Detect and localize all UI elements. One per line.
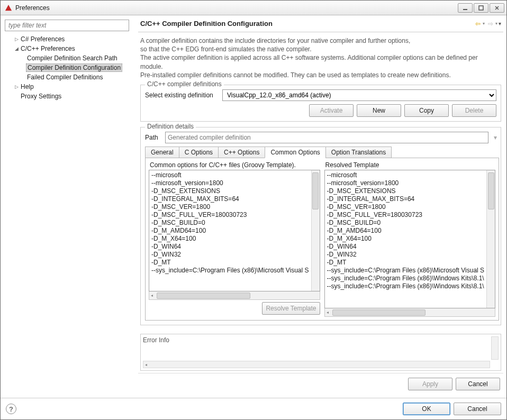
select-definition-row: Select existing definition VisualCpp_12.…: [145, 89, 496, 101]
definition-buttons: Activate New Copy Delete: [145, 104, 496, 117]
svg-rect-2: [479, 6, 483, 10]
svg-rect-1: [463, 9, 467, 10]
list-item[interactable]: --microsoft_version=1800: [327, 179, 485, 187]
scrollbar-horizontal[interactable]: ◂: [149, 291, 320, 300]
delete-button[interactable]: Delete: [452, 104, 496, 117]
list-item[interactable]: --sys_include=C:\Program Files (x86)\Win…: [327, 282, 485, 290]
page-title: C/C++ Compiler Definition Configuration: [140, 20, 472, 28]
help-icon[interactable]: ?: [6, 404, 16, 414]
error-info-area: Error Info ◂: [140, 334, 501, 371]
nav-back-icon[interactable]: ⇦: [474, 20, 482, 28]
scrollbar-horizontal[interactable]: ◂: [143, 361, 490, 368]
tab-general[interactable]: General: [145, 147, 179, 158]
maximize-button[interactable]: [474, 3, 488, 13]
list-item[interactable]: -D_MSC_VER=1800: [327, 203, 485, 211]
error-info-label: Error Info: [143, 336, 169, 344]
resolve-template-button[interactable]: Resolve Template: [262, 302, 320, 315]
tree-item-ccpp[interactable]: ◢C/C++ Preferences: [13, 44, 136, 53]
tab-c-options[interactable]: C Options: [179, 147, 218, 158]
list-item[interactable]: -D_M_X64=100: [151, 235, 309, 243]
list-item[interactable]: --sys_include=C:\Program Files (x86)\Mic…: [327, 267, 485, 275]
copy-button[interactable]: Copy: [404, 104, 449, 117]
list-item[interactable]: -D_WIN64: [151, 243, 309, 251]
resolved-list[interactable]: --microsoft--microsoft_version=1800-D_MS…: [325, 170, 487, 308]
list-item[interactable]: -D_INTEGRAL_MAX_BITS=64: [327, 195, 485, 203]
template-list[interactable]: --microsoft--microsoft_version=1800-D_MS…: [149, 170, 311, 291]
cancel-button[interactable]: Cancel: [454, 403, 501, 415]
tree-item-failed[interactable]: Failed Compiler Definitions: [26, 72, 136, 82]
preferences-window: Preferences ▷C# Preferences ◢C/C++ Prefe…: [0, 0, 507, 420]
list-item[interactable]: -D_INTEGRAL_MAX_BITS=64: [151, 195, 309, 203]
close-button[interactable]: [490, 3, 504, 13]
list-item[interactable]: -D_WIN32: [151, 251, 309, 259]
svg-marker-0: [5, 4, 12, 10]
list-item[interactable]: --microsoft_version=1800: [151, 179, 309, 187]
scrollbar-horizontal[interactable]: ◂: [324, 308, 496, 317]
tree-item-help[interactable]: ▷Help: [13, 82, 136, 92]
desc-line: so that the C++ EDG front-end simulates …: [140, 45, 501, 53]
path-dropdown-icon[interactable]: ▾: [492, 134, 499, 141]
template-column: Common options for C/C++ files (Groovy T…: [149, 161, 320, 317]
path-label: Path: [145, 134, 162, 141]
tab-option-translations[interactable]: Option Translations: [325, 147, 392, 158]
apply-button[interactable]: Apply: [408, 378, 452, 390]
list-item[interactable]: -D_M_AMD64=100: [327, 227, 485, 235]
common-options-pane: Common options for C/C++ files (Groovy T…: [145, 158, 499, 321]
list-item[interactable]: --sys_include=C:\Program Files (x86)\Mic…: [151, 267, 309, 275]
new-button[interactable]: New: [357, 104, 401, 117]
dialog-body: ▷C# Preferences ◢C/C++ Preferences Compi…: [1, 15, 506, 398]
tree-item-config[interactable]: Compiler Definition Configuration: [26, 63, 136, 72]
desc-line: The active compiler definition is applie…: [140, 53, 501, 70]
activate-button[interactable]: Activate: [309, 104, 354, 117]
list-item[interactable]: -D_MSC_EXTENSIONS: [151, 187, 309, 195]
list-item[interactable]: -D_MSC_BUILD=0: [151, 219, 309, 227]
definition-select[interactable]: VisualCpp_12.0_x86_amd64 (active): [222, 89, 496, 101]
expand-icon[interactable]: ▷: [13, 36, 20, 42]
window-title: Preferences: [15, 4, 458, 12]
definitions-legend: C/C++ compiler definitions: [145, 80, 224, 88]
minimize-button[interactable]: [458, 3, 473, 13]
tree-item-search-path[interactable]: Compiler Definition Search Path: [26, 53, 136, 63]
tab-common-options[interactable]: Common Options: [265, 147, 325, 158]
list-item[interactable]: --microsoft: [151, 171, 309, 179]
nav-back-menu-icon[interactable]: ▾: [483, 21, 485, 26]
list-item[interactable]: -D_M_AMD64=100: [151, 227, 309, 235]
page-actions: Apply Cancel: [138, 373, 503, 395]
path-row: Path ▾: [145, 132, 499, 143]
resolved-list-container: --microsoft--microsoft_version=1800-D_MS…: [324, 170, 496, 308]
select-definition-label: Select existing definition: [145, 92, 219, 99]
main-header: C/C++ Compiler Definition Configuration …: [138, 19, 503, 32]
page-cancel-button[interactable]: Cancel: [456, 378, 500, 390]
expand-icon[interactable]: ▷: [13, 84, 20, 89]
ok-button[interactable]: OK: [403, 403, 450, 415]
sidebar: ▷C# Preferences ◢C/C++ Preferences Compi…: [4, 19, 136, 395]
list-item[interactable]: -D_M_X64=100: [327, 235, 485, 243]
nav-menu-icon[interactable]: ▾: [499, 21, 501, 26]
path-field: [165, 132, 488, 143]
scrollbar-vertical[interactable]: [311, 170, 320, 291]
nav-forward-menu-icon[interactable]: ▾: [495, 21, 497, 26]
list-item[interactable]: -D_MSC_EXTENSIONS: [327, 187, 485, 195]
tree-item-csharp[interactable]: ▷C# Preferences: [13, 34, 136, 44]
list-item[interactable]: -D_MT: [151, 259, 309, 267]
list-item[interactable]: -D_WIN64: [327, 243, 485, 251]
scrollbar-vertical[interactable]: [491, 336, 499, 360]
definitions-group: C/C++ compiler definitions Select existi…: [140, 85, 501, 122]
tree-item-proxy[interactable]: Proxy Settings: [13, 92, 136, 101]
filter-input[interactable]: [5, 20, 129, 31]
list-item[interactable]: --microsoft: [327, 171, 485, 179]
nav-forward-icon[interactable]: ⇨: [487, 20, 494, 28]
template-list-container: --microsoft--microsoft_version=1800-D_MS…: [149, 170, 320, 291]
collapse-icon[interactable]: ◢: [13, 46, 20, 51]
list-item[interactable]: -D_MT: [327, 259, 485, 267]
list-item[interactable]: -D_MSC_FULL_VER=180030723: [151, 211, 309, 219]
desc-line: Pre-installed compiler definitions canno…: [140, 71, 501, 79]
list-item[interactable]: -D_WIN32: [327, 251, 485, 259]
list-item[interactable]: -D_MSC_VER=1800: [151, 203, 309, 211]
scrollbar-vertical[interactable]: [486, 170, 495, 308]
list-item[interactable]: --sys_include=C:\Program Files (x86)\Win…: [327, 275, 485, 282]
main-panel: C/C++ Compiler Definition Configuration …: [138, 19, 503, 395]
list-item[interactable]: -D_MSC_FULL_VER=180030723: [327, 211, 485, 219]
list-item[interactable]: -D_MSC_BUILD=0: [327, 219, 485, 227]
tab-cpp-options[interactable]: C++ Options: [218, 147, 265, 158]
